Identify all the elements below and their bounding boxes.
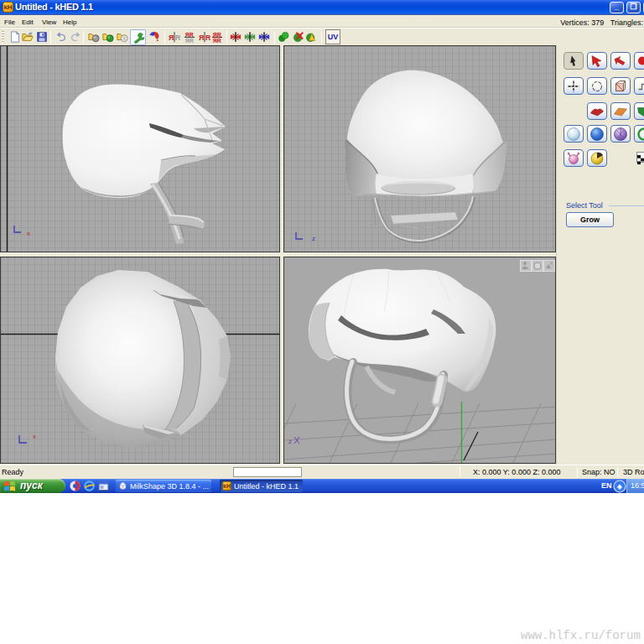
svg-text:x: x — [33, 433, 36, 440]
svg-text:z: z — [312, 235, 315, 242]
svg-text:Я: Я — [199, 34, 204, 42]
svg-text:ЯR: ЯR — [185, 32, 194, 38]
svg-text:z: z — [288, 438, 292, 445]
svg-text:ЯR: ЯR — [213, 32, 221, 38]
svg-text:ЯR: ЯR — [213, 38, 221, 43]
svg-text:Я: Я — [169, 34, 174, 42]
svg-text:R: R — [205, 34, 210, 42]
svg-text:ЯR: ЯR — [185, 38, 194, 43]
svg-text:R: R — [175, 34, 180, 42]
svg-text:x: x — [27, 230, 30, 237]
